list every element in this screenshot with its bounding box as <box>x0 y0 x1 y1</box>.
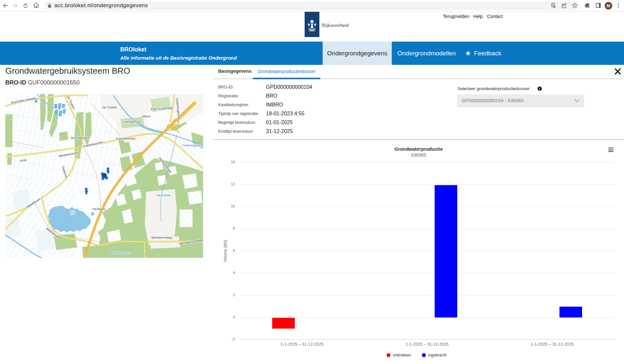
svg-text:Ald Beets: Ald Beets <box>92 207 105 211</box>
svg-text:Beetsterzwaag: Beetsterzwaag <box>151 236 172 239</box>
svg-text:Morra: Morra <box>142 114 150 118</box>
svg-text:Mearsleat: Mearsleat <box>157 193 170 197</box>
svg-text:Kortehemmen: Kortehemmen <box>116 137 136 140</box>
svg-text:Beetster Feart: Beetster Feart <box>110 251 130 255</box>
svg-text:Himsterhout: Himsterhout <box>124 120 141 124</box>
svg-text:Boornbergum: Boornbergum <box>71 136 90 140</box>
svg-text:Ferbiningskanaal: Ferbiningskanaal <box>182 144 203 147</box>
svg-text:De Trisken: De Trisken <box>102 105 117 109</box>
